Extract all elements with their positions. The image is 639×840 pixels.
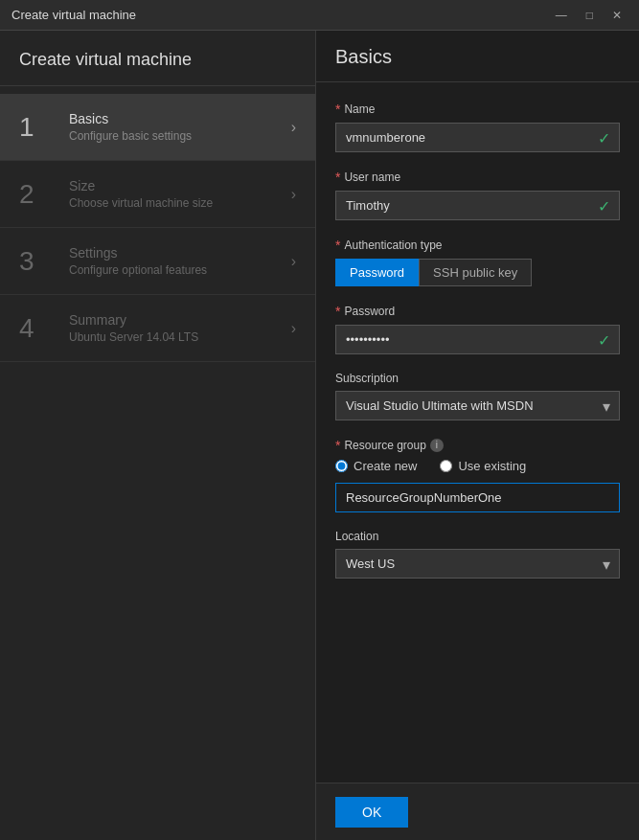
subscription-select-wrapper: Visual Studio Ultimate with MSDN Pay-As-… — [335, 391, 620, 420]
name-checkmark: ✓ — [598, 128, 610, 147]
step-1-number: 1 — [19, 112, 54, 143]
maximize-button[interactable]: □ — [581, 7, 599, 24]
name-input[interactable] — [335, 123, 620, 152]
step-4-arrow: › — [291, 320, 296, 337]
username-field-group: * User name ✓ — [335, 170, 620, 220]
resource-group-input[interactable] — [335, 483, 620, 512]
name-input-wrapper: ✓ — [335, 123, 620, 152]
subscription-select[interactable]: Visual Studio Ultimate with MSDN Pay-As-… — [335, 391, 620, 420]
resource-group-label: * Resource group i — [335, 438, 620, 453]
username-required-star: * — [335, 170, 340, 185]
password-input[interactable] — [335, 325, 620, 354]
window-title: Create virtual machine — [11, 8, 136, 22]
password-checkmark: ✓ — [598, 330, 610, 349]
right-panel: Basics * Name ✓ * User name — [316, 31, 639, 840]
right-panel-header: Basics — [316, 31, 639, 82]
password-required-star: * — [335, 304, 340, 319]
username-label: * User name — [335, 170, 620, 185]
step-2-arrow: › — [291, 186, 296, 203]
step-2-text: Size Choose virtual machine size — [69, 178, 291, 210]
step-summary[interactable]: 4 Summary Ubuntu Server 14.04 LTS › — [0, 295, 315, 362]
resource-group-field-group: * Resource group i Create new Use existi… — [335, 438, 620, 512]
right-panel-content: * Name ✓ * User name ✓ — [316, 82, 639, 783]
ok-button[interactable]: OK — [335, 797, 408, 828]
step-4-label: Summary — [69, 312, 291, 328]
step-4-number: 4 — [19, 313, 54, 344]
resource-required-star: * — [335, 438, 340, 453]
window-controls: — □ ✕ — [550, 7, 628, 24]
bottom-bar: OK — [316, 783, 639, 840]
step-1-desc: Configure basic settings — [69, 129, 291, 143]
use-existing-label: Use existing — [458, 459, 526, 473]
use-existing-radio-item[interactable]: Use existing — [440, 459, 526, 473]
username-input-wrapper: ✓ — [335, 191, 620, 220]
resource-group-info-icon[interactable]: i — [430, 439, 444, 452]
subscription-field-group: Subscription Visual Studio Ultimate with… — [335, 372, 620, 420]
step-basics[interactable]: 1 Basics Configure basic settings › — [0, 94, 315, 161]
left-panel: Create virtual machine 1 Basics Configur… — [0, 31, 316, 840]
step-3-text: Settings Configure optional features — [69, 245, 291, 277]
step-2-number: 2 — [19, 179, 54, 210]
step-1-text: Basics Configure basic settings — [69, 111, 291, 143]
password-label: * Password — [335, 304, 620, 319]
step-1-arrow: › — [291, 119, 296, 136]
create-new-radio[interactable] — [335, 460, 348, 472]
auth-type-label: * Authentication type — [335, 238, 620, 253]
name-required-star: * — [335, 102, 340, 117]
minimize-button[interactable]: — — [550, 7, 573, 24]
step-3-label: Settings — [69, 245, 291, 261]
step-3-number: 3 — [19, 246, 54, 277]
name-label: * Name — [335, 102, 620, 117]
step-2-label: Size — [69, 178, 291, 193]
auth-type-field-group: * Authentication type Password SSH publi… — [335, 238, 620, 286]
auth-ssh-button[interactable]: SSH public key — [419, 259, 532, 286]
auth-type-group: Password SSH public key — [335, 259, 620, 286]
password-input-wrapper: ✓ — [335, 325, 620, 354]
username-checkmark: ✓ — [598, 196, 610, 215]
resource-group-radio-group: Create new Use existing — [335, 459, 620, 473]
left-panel-title: Create virtual machine — [19, 50, 192, 69]
step-3-desc: Configure optional features — [69, 263, 291, 277]
right-panel-title: Basics — [335, 46, 392, 67]
location-select-wrapper: West US East US North Europe East Asia — [335, 549, 620, 579]
step-settings[interactable]: 3 Settings Configure optional features › — [0, 228, 315, 295]
create-new-radio-item[interactable]: Create new — [335, 459, 417, 473]
location-field-group: Location West US East US North Europe Ea… — [335, 530, 620, 579]
auth-required-star: * — [335, 238, 340, 253]
create-new-label: Create new — [354, 459, 417, 473]
step-size[interactable]: 2 Size Choose virtual machine size › — [0, 161, 315, 228]
username-input[interactable] — [335, 191, 620, 220]
step-2-desc: Choose virtual machine size — [69, 196, 291, 210]
step-4-desc: Ubuntu Server 14.04 LTS — [69, 330, 291, 344]
close-button[interactable]: ✕ — [606, 7, 628, 24]
step-4-text: Summary Ubuntu Server 14.04 LTS — [69, 312, 291, 344]
location-select[interactable]: West US East US North Europe East Asia — [335, 549, 620, 579]
use-existing-radio[interactable] — [440, 460, 452, 472]
auth-password-button[interactable]: Password — [335, 259, 419, 286]
step-1-label: Basics — [69, 111, 291, 126]
subscription-label: Subscription — [335, 372, 620, 385]
title-bar: Create virtual machine — □ ✕ — [0, 0, 639, 31]
steps-container: 1 Basics Configure basic settings › 2 Si… — [0, 86, 315, 840]
main-layout: Create virtual machine 1 Basics Configur… — [0, 31, 639, 840]
left-panel-header: Create virtual machine — [0, 31, 315, 86]
step-3-arrow: › — [291, 253, 296, 270]
name-field-group: * Name ✓ — [335, 102, 620, 152]
password-field-group: * Password ✓ — [335, 304, 620, 354]
location-label: Location — [335, 530, 620, 543]
